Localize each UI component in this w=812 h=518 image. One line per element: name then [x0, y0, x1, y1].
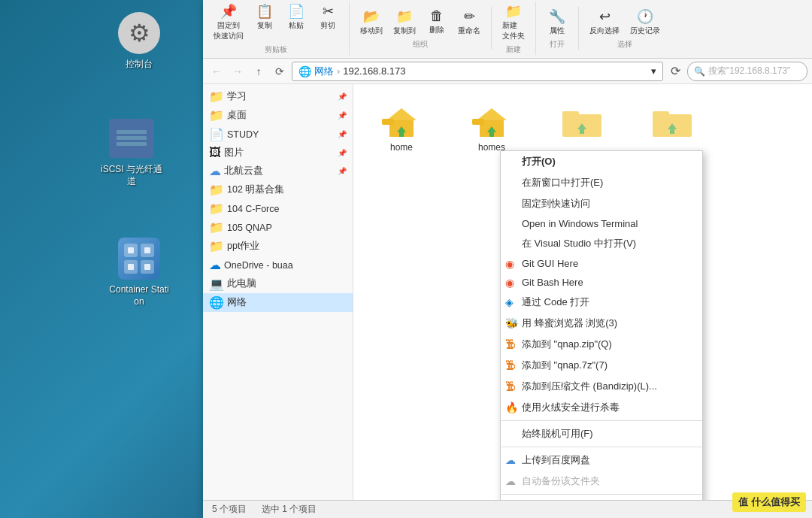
nav-item-desktop[interactable]: 📁 桌面 📌 — [203, 106, 353, 125]
nav-icon-pictures: 🖼 — [209, 146, 221, 159]
address-path[interactable]: 🌐 网络 › 192.168.8.173 ▾ — [292, 62, 663, 81]
back-btn[interactable]: ← — [208, 62, 226, 80]
new-folder-btn[interactable]: 📁 新建文件夹 — [498, 2, 529, 43]
svg-rect-9 — [144, 247, 150, 253]
nav-label-desktop: 桌面 — [227, 109, 247, 122]
fire-icon: 🔥 — [505, 401, 518, 413]
context-menu: 打开(O) 在新窗口中打开(E) 固定到快速访问 Open in Windows… — [500, 150, 703, 500]
ctx-restore-prev[interactable]: 还原以前的版本(V) — [501, 497, 702, 500]
search-icon: 🔍 — [694, 66, 705, 77]
ctx-sep-2 — [501, 447, 702, 447]
svg-rect-11 — [144, 264, 150, 270]
select-btns: ↩ 反向选择 🕐 历史记录 — [585, 7, 665, 38]
search-box[interactable]: 🔍 搜索"192.168.8.173" — [687, 62, 807, 81]
svg-marker-12 — [386, 108, 417, 120]
cut-btn[interactable]: ✂ 剪切 — [313, 2, 343, 43]
rename-btn[interactable]: ✏ 重命名 — [453, 7, 485, 38]
invert-selection-btn[interactable]: ↩ 反向选择 — [585, 7, 624, 38]
address-refresh-btn[interactable]: ⟳ — [666, 62, 684, 80]
refresh-btn[interactable]: ⟳ — [271, 62, 289, 80]
extra1-folder-icon — [562, 105, 601, 142]
nav-item-onedrive[interactable]: ☁ OneDrive - buaa — [203, 256, 353, 274]
git-bash-icon: ◉ — [505, 277, 514, 289]
nav-label-ppt: ppt作业 — [227, 240, 259, 253]
ctx-auto-backup[interactable]: ☁ 自动备份该文件夹 — [501, 471, 702, 492]
copy-to-btn[interactable]: 📁 复制到 — [389, 7, 420, 38]
move-to-btn[interactable]: 📂 移动到 — [356, 7, 387, 38]
extra2-folder-icon — [653, 105, 692, 142]
ctx-always-offline[interactable]: 始终脱机可用(F) — [501, 423, 702, 444]
ribbon-group-clipboard: 📌 固定到快速访问 📋 复制 📄 粘贴 ✂ — [209, 2, 350, 55]
ctx-open[interactable]: 打开(O) — [501, 151, 702, 172]
path-dropdown-btn[interactable]: ▾ — [651, 65, 656, 77]
zip-icon: 🗜 — [505, 338, 516, 350]
pin-quick-access-btn[interactable]: 📌 固定到快速访问 — [209, 2, 248, 43]
desktop-icon-iscsi[interactable]: iSCSI 与光纤通道 — [98, 113, 165, 190]
file-item-extra2[interactable] — [642, 102, 702, 156]
history-btn[interactable]: 🕐 历史记录 — [626, 7, 665, 38]
select-group-label: 选择 — [617, 39, 632, 50]
nav-icon-study: 📁 — [209, 89, 224, 104]
control-panel-icon: ⚙ — [117, 11, 162, 56]
file-item-homes[interactable]: homes — [462, 102, 522, 156]
ctx-pin-quick-access[interactable]: 固定到快速访问 — [501, 193, 702, 214]
ctx-add-bandizip[interactable]: 🗜 添加到压缩文件 (Bandizip)(L)... — [501, 376, 702, 397]
file-item-home[interactable]: home — [371, 102, 432, 156]
nav-item-pictures[interactable]: 🖼 图片 📌 — [203, 144, 353, 162]
clipboard-group-label: 剪贴板 — [265, 44, 287, 55]
ctx-git-bash[interactable]: ◉ Git Bash Here — [501, 273, 702, 292]
backup-icon: ☁ — [505, 475, 516, 487]
ctx-bee-browser[interactable]: 🐝 用 蜂蜜浏览器 浏览(3) — [501, 313, 702, 334]
file-item-extra1[interactable] — [552, 102, 612, 156]
nav-item-ppt[interactable]: 📁 ppt作业 — [203, 237, 353, 256]
desktop-icon-control-panel[interactable]: ⚙ 控制台 — [105, 8, 173, 74]
nav-item-105[interactable]: 📁 105 QNAP — [203, 218, 353, 237]
nav-icon-104: 📁 — [209, 201, 224, 216]
up-btn[interactable]: ↑ — [250, 62, 268, 80]
nav-icon-onedrive: ☁ — [209, 258, 221, 272]
control-panel-label: 控制台 — [126, 59, 153, 71]
nav-icon-105: 📁 — [209, 220, 224, 235]
bandizip-icon: 🗜 — [505, 380, 516, 392]
ctx-baidu-upload[interactable]: ☁ 上传到百度网盘 — [501, 450, 702, 471]
ctx-add-7z[interactable]: 🗜 添加到 "qnap.7z"(7) — [501, 355, 702, 376]
copy-btn[interactable]: 📋 复制 — [250, 2, 280, 43]
ctx-fire-scan[interactable]: 🔥 使用火绒安全进行杀毒 — [501, 397, 702, 418]
svg-rect-2 — [117, 136, 147, 140]
nav-icon-network: 🌐 — [209, 295, 224, 310]
nav-item-study2[interactable]: 📄 STUDY 📌 — [203, 125, 353, 144]
ctx-git-gui[interactable]: ◉ Git GUI Here — [501, 254, 702, 273]
desktop-icon-container-station[interactable]: Container Station — [105, 233, 173, 310]
pin-icon-study2: 📌 — [338, 130, 347, 138]
nav-item-102[interactable]: 📁 102 明基合集 — [203, 180, 353, 199]
nav-item-104[interactable]: 📁 104 C-Force — [203, 199, 353, 218]
ctx-open-terminal[interactable]: Open in Windows Terminal — [501, 214, 702, 233]
paste-btn[interactable]: 📄 粘贴 — [281, 2, 311, 43]
properties-btn[interactable]: 🔧 属性 — [542, 7, 572, 38]
forward-btn[interactable]: → — [229, 62, 247, 80]
delete-btn[interactable]: 🗑 删除 — [422, 7, 452, 38]
ribbon-row: 📌 固定到快速访问 📋 复制 📄 粘贴 ✂ — [209, 2, 806, 55]
container-station-icon — [117, 236, 162, 281]
content-area: 📁 学习 📌 📁 桌面 📌 📄 STUDY 📌 🖼 图片 — [203, 84, 812, 500]
ctx-add-zip[interactable]: 🗜 添加到 "qnap.zip"(Q) — [501, 334, 702, 355]
nav-item-network[interactable]: 🌐 网络 — [203, 293, 353, 312]
home-folder-icon — [382, 105, 421, 142]
nav-item-thispc[interactable]: 💻 此电脑 — [203, 274, 353, 293]
selected-count: 选中 1 个项目 — [262, 503, 317, 516]
nav-icon-study2: 📄 — [209, 127, 224, 141]
nav-item-study[interactable]: 📁 学习 📌 — [203, 87, 353, 106]
ctx-open-new-window[interactable]: 在新窗口中打开(E) — [501, 172, 702, 193]
homes-folder-icon — [472, 105, 511, 142]
nav-label-thispc: 此电脑 — [227, 277, 256, 290]
container-station-label: Container Station — [108, 284, 170, 307]
nav-icon-ppt: 📁 — [209, 239, 224, 253]
status-bar: 5 个项目 选中 1 个项目 — [203, 500, 812, 518]
nav-item-beihang[interactable]: ☁ 北航云盘 📌 — [203, 162, 353, 180]
ribbon-group-btns: 📌 固定到快速访问 📋 复制 📄 粘贴 ✂ — [209, 2, 343, 43]
ctx-vscode[interactable]: ◈ 通过 Code 打开 — [501, 292, 702, 313]
file-area: home — [353, 84, 812, 500]
ctx-open-vs[interactable]: 在 Visual Studio 中打开(V) — [501, 233, 702, 254]
path-network: 网络 — [314, 65, 334, 78]
svg-rect-29 — [580, 129, 584, 134]
